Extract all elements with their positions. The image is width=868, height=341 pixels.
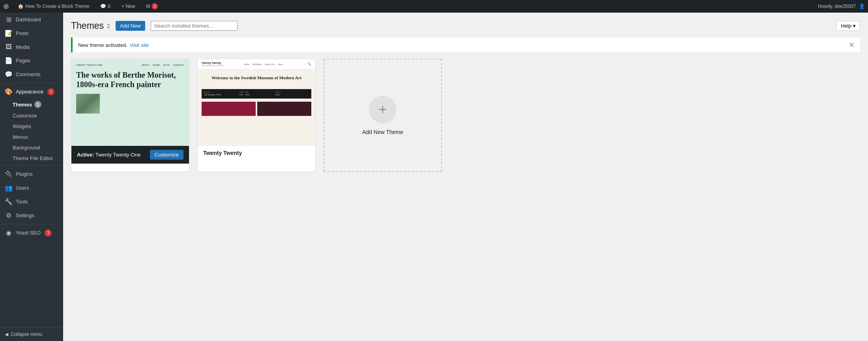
- t20-dark-bar: ADDRESS 123 Storgatan, Umeå OPEN TODAY 9…: [202, 89, 311, 99]
- sidebar-divider-2: [0, 165, 63, 166]
- themes-count: 2: [107, 23, 110, 29]
- yoast-seo-badge: 3: [45, 229, 52, 237]
- admin-bar-yoast[interactable]: M 3: [144, 0, 160, 13]
- sidebar-sub-menus[interactable]: Menus: [0, 132, 63, 142]
- sidebar-divider-3: [0, 224, 63, 224]
- t21-image: [76, 94, 100, 114]
- media-icon: 🖼: [5, 43, 13, 50]
- page-header: Themes 2 Add New Help ▾: [71, 20, 860, 31]
- wp-logo-icon[interactable]: ⊕: [3, 2, 9, 11]
- theme-thumbnail-twenty-twenty: Twenty Twenty The Default Theme for 2020…: [198, 59, 315, 146]
- appearance-icon: 🎨: [5, 88, 13, 95]
- settings-icon: ⚙: [5, 212, 13, 219]
- pages-icon: 📄: [5, 57, 13, 64]
- sidebar-item-appearance[interactable]: 🎨 Appearance 1: [0, 85, 63, 99]
- collapse-icon: ◀: [5, 332, 8, 337]
- howdy-text: Howdy, dee35007: [818, 4, 856, 9]
- t20-hero: Welcome to the Swedish Museum of Modern …: [198, 69, 315, 86]
- sidebar-item-settings[interactable]: ⚙ Settings: [0, 209, 63, 222]
- posts-icon: 📝: [5, 30, 13, 37]
- plugins-icon: 🔌: [5, 170, 13, 178]
- t21-nav: TWENTY TWENTY-ONE ABOUTWORKBLOGCONTACT: [76, 64, 184, 66]
- help-button[interactable]: Help ▾: [836, 21, 860, 31]
- dashboard-icon: ⊞: [5, 16, 13, 23]
- comment-icon: 💬: [100, 4, 106, 9]
- yoast-seo-icon: ◉: [5, 229, 13, 237]
- sidebar-item-tools[interactable]: 🔧 Tools: [0, 195, 63, 209]
- sidebar: ⊞ Dashboard 📝 Posts 🖼 Media 📄 Pages 💬 Co…: [0, 13, 63, 341]
- avatar[interactable]: 👤: [859, 4, 865, 9]
- visit-site-link[interactable]: Visit site: [130, 42, 149, 48]
- yoast-badge: 3: [152, 3, 158, 9]
- sidebar-item-media[interactable]: 🖼 Media: [0, 40, 63, 54]
- yoast-icon: M: [146, 4, 150, 9]
- appearance-badge: 1: [47, 88, 54, 95]
- sidebar-sub-themes[interactable]: Themes 2: [0, 99, 63, 110]
- notice-close-button[interactable]: ✕: [849, 41, 855, 48]
- t21-hero-title: The works of Berthe Morisot, 1800s-era F…: [76, 70, 184, 89]
- comments-icon: 💬: [5, 71, 13, 78]
- sidebar-item-comments[interactable]: 💬 Comments: [0, 67, 63, 81]
- main-content: Themes 2 Add New Help ▾ New theme activa…: [63, 13, 868, 341]
- sidebar-sub-customize[interactable]: Customize: [0, 110, 63, 121]
- activation-notice: New theme activated. Visit site ✕: [71, 37, 860, 52]
- chevron-down-icon: ▾: [853, 23, 856, 29]
- sidebar-item-pages[interactable]: 📄 Pages: [0, 54, 63, 67]
- theme-card-twenty-twenty[interactable]: Twenty Twenty The Default Theme for 2020…: [197, 59, 316, 172]
- theme-card-twenty-twenty-one[interactable]: TWENTY TWENTY-ONE ABOUTWORKBLOGCONTACT T…: [71, 59, 189, 172]
- theme-thumbnail-twenty-twenty-one: TWENTY TWENTY-ONE ABOUTWORKBLOGCONTACT T…: [71, 59, 189, 146]
- t20-images: [202, 102, 311, 116]
- theme-footer-twenty-twenty: Twenty Twenty: [198, 146, 315, 160]
- notice-text: New theme activated.: [78, 42, 127, 48]
- users-icon: 👥: [5, 184, 13, 192]
- sidebar-item-posts[interactable]: 📝 Posts: [0, 26, 63, 40]
- theme-active-label: Active: Twenty Twenty-One: [77, 152, 140, 158]
- admin-bar: ⊕ 🏠 How To Create a Block Theme 💬 0 + Ne…: [0, 0, 868, 13]
- theme-footer-active: Active: Twenty Twenty-One Customize: [71, 146, 189, 164]
- sidebar-sub-background[interactable]: Background: [0, 142, 63, 153]
- collapse-menu-button[interactable]: ◀ Collapse menu: [0, 327, 63, 341]
- sidebar-item-dashboard[interactable]: ⊞ Dashboard: [0, 13, 63, 26]
- admin-bar-comments[interactable]: 💬 0: [98, 0, 113, 13]
- sidebar-item-users[interactable]: 👥 Users: [0, 181, 63, 195]
- admin-bar-right: Howdy, dee35007 👤: [818, 4, 865, 9]
- sidebar-divider-1: [0, 83, 63, 83]
- sidebar-sub-theme-file-editor[interactable]: Theme File Editor: [0, 153, 63, 164]
- themes-count-badge: 2: [34, 101, 41, 108]
- page-title: Themes 2: [71, 20, 110, 31]
- admin-bar-new[interactable]: + New: [119, 0, 137, 13]
- add-new-theme-label: Add New Theme: [362, 129, 403, 135]
- customize-button[interactable]: Customize: [150, 150, 183, 160]
- add-new-theme-card[interactable]: + Add New Theme: [324, 59, 442, 172]
- tools-icon: 🔧: [5, 198, 13, 205]
- sidebar-item-plugins[interactable]: 🔌 Plugins: [0, 167, 63, 181]
- sidebar-sub-widgets[interactable]: Widgets: [0, 121, 63, 132]
- sidebar-item-yoast-seo[interactable]: ◉ Yoast SEO 3: [0, 226, 63, 240]
- site-icon: 🏠: [18, 4, 24, 9]
- theme-name-twenty-twenty: Twenty Twenty: [203, 150, 242, 156]
- t20-nav: Twenty Twenty The Default Theme for 2020…: [198, 59, 315, 69]
- add-new-button[interactable]: Add New: [116, 21, 145, 31]
- add-new-theme-icon: +: [369, 96, 397, 123]
- search-input[interactable]: [151, 21, 238, 31]
- admin-bar-site-title[interactable]: 🏠 How To Create a Block Theme: [15, 0, 92, 13]
- themes-grid: TWENTY TWENTY-ONE ABOUTWORKBLOGCONTACT T…: [71, 59, 860, 172]
